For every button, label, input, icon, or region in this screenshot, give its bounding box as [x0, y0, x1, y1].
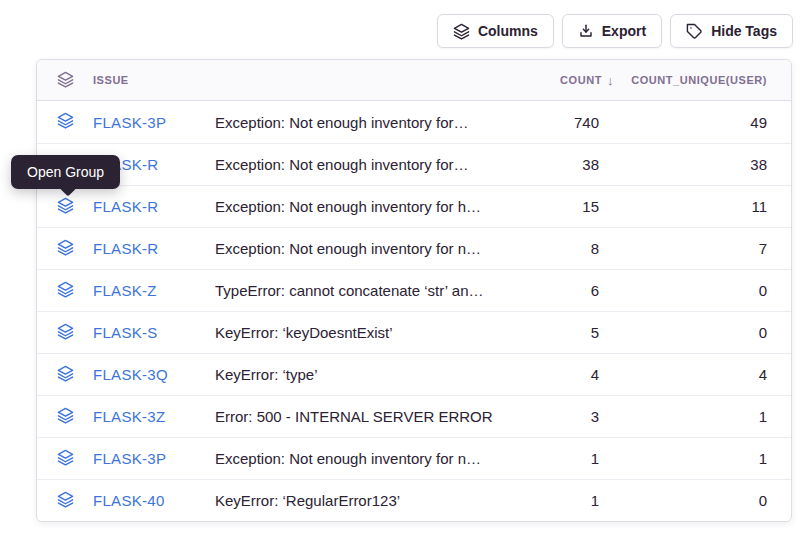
- hide-tags-button-label: Hide Tags: [711, 23, 777, 39]
- count-unique-value: 38: [599, 156, 767, 173]
- issue-link[interactable]: FLASK-3Z: [93, 408, 165, 425]
- issue-title: Exception: Not enough inventory for n…: [215, 450, 494, 467]
- issue-link[interactable]: FLASK-40: [93, 492, 165, 509]
- toolbar: Columns Export Hide Tags: [437, 14, 793, 48]
- count-value: 15: [494, 198, 599, 215]
- table-row: FLASK-S KeyError: ‘keyDoesntExist’ 5 0: [37, 311, 791, 353]
- issue-link[interactable]: FLASK-3Q: [93, 366, 168, 383]
- columns-button[interactable]: Columns: [437, 14, 554, 48]
- count-value: 38: [494, 156, 599, 173]
- layers-icon: [57, 407, 74, 427]
- count-value: 8: [494, 240, 599, 257]
- issue-link[interactable]: FLASK-Z: [93, 282, 157, 299]
- columns-button-label: Columns: [478, 23, 538, 39]
- issue-title: Exception: Not enough inventory for…: [215, 156, 494, 173]
- issue-title: Error: 500 - INTERNAL SERVER ERROR: [215, 408, 494, 425]
- layers-icon: [57, 71, 74, 90]
- issue-title: KeyError: ‘RegularError123’: [215, 492, 494, 509]
- issue-title: KeyError: ‘keyDoesntExist’: [215, 324, 494, 341]
- tooltip-label: Open Group: [27, 164, 104, 180]
- table-row: FLASK-Z TypeError: cannot concatenate ‘s…: [37, 269, 791, 311]
- count-unique-value: 49: [599, 114, 767, 131]
- count-unique-value: 0: [599, 324, 767, 341]
- table-row: FLASK-R Exception: Not enough inventory …: [37, 227, 791, 269]
- layers-icon: [57, 491, 74, 511]
- tag-icon: [686, 23, 703, 40]
- open-group-icon-cell[interactable]: [37, 449, 93, 469]
- column-header-issue[interactable]: ISSUE: [93, 74, 215, 86]
- open-group-icon-cell[interactable]: [37, 197, 93, 217]
- layers-icon: [57, 323, 74, 343]
- issue-column-icon-cell: [37, 71, 93, 90]
- table-row: FLASK-R Exception: Not enough inventory …: [37, 143, 791, 185]
- table-row: FLASK-R Exception: Not enough inventory …: [37, 185, 791, 227]
- open-group-icon-cell[interactable]: [37, 323, 93, 343]
- export-button-label: Export: [602, 23, 646, 39]
- issue-title: TypeError: cannot concatenate ‘str’ an…: [215, 282, 494, 299]
- count-unique-value: 0: [599, 282, 767, 299]
- count-value: 4: [494, 366, 599, 383]
- table-row: FLASK-3P Exception: Not enough inventory…: [37, 101, 791, 143]
- table-row: FLASK-3P Exception: Not enough inventory…: [37, 437, 791, 479]
- layers-icon: [453, 23, 470, 40]
- layers-icon: [57, 449, 74, 469]
- count-value: 740: [494, 114, 599, 131]
- count-value: 1: [494, 450, 599, 467]
- open-group-icon-cell[interactable]: [37, 112, 93, 132]
- table-header: ISSUE COUNT ↓ COUNT_UNIQUE(USER): [37, 60, 791, 101]
- column-header-count-unique[interactable]: COUNT_UNIQUE(USER): [599, 74, 767, 86]
- issue-title: KeyError: ‘type’: [215, 366, 494, 383]
- open-group-icon-cell[interactable]: [37, 281, 93, 301]
- column-header-count[interactable]: COUNT ↓: [494, 73, 599, 88]
- issue-link[interactable]: FLASK-S: [93, 324, 158, 341]
- layers-icon: [57, 197, 74, 217]
- layers-icon: [57, 239, 74, 259]
- issue-link[interactable]: FLASK-3P: [93, 450, 166, 467]
- hide-tags-button[interactable]: Hide Tags: [670, 14, 793, 48]
- table-row: FLASK-3Z Error: 500 - INTERNAL SERVER ER…: [37, 395, 791, 437]
- layers-icon: [57, 365, 74, 385]
- count-unique-value: 4: [599, 366, 767, 383]
- open-group-icon-cell[interactable]: [37, 491, 93, 511]
- issue-title: Exception: Not enough inventory for h…: [215, 198, 494, 215]
- count-unique-value: 1: [599, 408, 767, 425]
- table-body: FLASK-3P Exception: Not enough inventory…: [37, 101, 791, 521]
- layers-icon: [57, 112, 74, 132]
- count-unique-value: 7: [599, 240, 767, 257]
- export-button[interactable]: Export: [562, 14, 662, 48]
- open-group-tooltip: Open Group: [11, 155, 120, 189]
- results-table: ISSUE COUNT ↓ COUNT_UNIQUE(USER) FLASK-3…: [36, 59, 792, 522]
- open-group-icon-cell[interactable]: [37, 407, 93, 427]
- open-group-icon-cell[interactable]: [37, 239, 93, 259]
- count-unique-value: 0: [599, 492, 767, 509]
- issue-link[interactable]: FLASK-R: [93, 198, 158, 215]
- download-icon: [578, 23, 594, 39]
- issue-link[interactable]: FLASK-3P: [93, 114, 166, 131]
- layers-icon: [57, 281, 74, 301]
- count-value: 3: [494, 408, 599, 425]
- count-value: 6: [494, 282, 599, 299]
- count-unique-value: 11: [599, 198, 767, 215]
- issue-title: Exception: Not enough inventory for n…: [215, 240, 494, 257]
- count-value: 1: [494, 492, 599, 509]
- issue-link[interactable]: FLASK-R: [93, 240, 158, 257]
- count-value: 5: [494, 324, 599, 341]
- issue-title: Exception: Not enough inventory for…: [215, 114, 494, 131]
- count-unique-value: 1: [599, 450, 767, 467]
- open-group-icon-cell[interactable]: [37, 365, 93, 385]
- table-row: FLASK-40 KeyError: ‘RegularError123’ 1 0: [37, 479, 791, 521]
- table-row: FLASK-3Q KeyError: ‘type’ 4 4: [37, 353, 791, 395]
